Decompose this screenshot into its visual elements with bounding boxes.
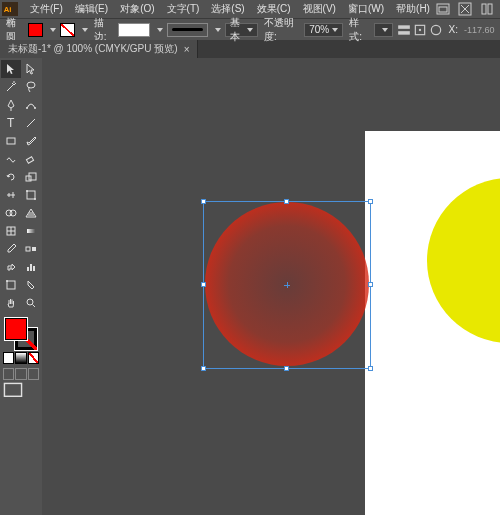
color-mode-none[interactable] bbox=[28, 352, 39, 364]
arrange-icon[interactable] bbox=[480, 2, 494, 16]
bridge-icon[interactable] bbox=[436, 2, 450, 16]
svg-point-9 bbox=[418, 28, 420, 30]
opacity-label: 不透明度: bbox=[262, 16, 300, 44]
toolbox-fill-swatch[interactable] bbox=[5, 318, 27, 340]
close-tab-icon[interactable]: × bbox=[184, 44, 190, 55]
svg-text:Ai: Ai bbox=[4, 5, 12, 14]
svg-point-12 bbox=[26, 107, 28, 109]
blend-style-dropdown[interactable] bbox=[374, 23, 393, 37]
document-tab[interactable]: 未标题-1* @ 100% (CMYK/GPU 预览) × bbox=[0, 40, 198, 58]
direct-selection-tool[interactable] bbox=[21, 60, 41, 78]
gradient-tool[interactable] bbox=[21, 222, 41, 240]
draw-inside-mode[interactable] bbox=[28, 368, 39, 380]
resize-handle-top-left[interactable] bbox=[201, 199, 206, 204]
scale-tool[interactable] bbox=[21, 168, 41, 186]
watermark-url: jingyan.baidu.com bbox=[411, 495, 492, 507]
svg-point-37 bbox=[27, 299, 33, 305]
brush-dropdown-icon[interactable] bbox=[215, 28, 221, 32]
color-mode-gradient[interactable] bbox=[15, 352, 26, 364]
column-graph-tool[interactable] bbox=[21, 258, 41, 276]
svg-rect-34 bbox=[7, 281, 15, 289]
width-tool[interactable] bbox=[1, 186, 21, 204]
menu-effect[interactable]: 效果(C) bbox=[251, 2, 297, 16]
svg-rect-16 bbox=[7, 138, 15, 144]
menu-type[interactable]: 文字(T) bbox=[161, 2, 206, 16]
x-coord-value[interactable]: -117.60 bbox=[464, 25, 496, 35]
lasso-tool[interactable] bbox=[21, 78, 41, 96]
svg-rect-29 bbox=[26, 247, 30, 251]
svg-rect-32 bbox=[30, 264, 32, 271]
artboard-tool[interactable] bbox=[1, 276, 21, 294]
isolate-icon[interactable] bbox=[429, 23, 443, 37]
menu-file[interactable]: 文件(F) bbox=[24, 2, 69, 16]
draw-normal-mode[interactable] bbox=[3, 368, 14, 380]
svg-point-21 bbox=[26, 190, 28, 192]
paintbrush-tool[interactable] bbox=[21, 132, 41, 150]
menu-view[interactable]: 视图(V) bbox=[297, 2, 342, 16]
canvas[interactable]: Baidu经验 jingyan.baidu.com bbox=[42, 58, 500, 515]
slice-tool[interactable] bbox=[21, 276, 41, 294]
svg-line-38 bbox=[33, 305, 36, 308]
symbol-sprayer-tool[interactable] bbox=[1, 258, 21, 276]
mesh-tool[interactable] bbox=[1, 222, 21, 240]
eraser-tool[interactable] bbox=[21, 150, 41, 168]
curvature-tool[interactable] bbox=[21, 96, 41, 114]
blend-tool[interactable] bbox=[21, 240, 41, 258]
resize-handle-bottom-center[interactable] bbox=[284, 366, 289, 371]
eyedropper-tool[interactable] bbox=[1, 240, 21, 258]
perspective-grid-tool[interactable] bbox=[21, 204, 41, 222]
shaper-tool[interactable] bbox=[1, 150, 21, 168]
svg-rect-4 bbox=[482, 4, 486, 14]
svg-point-13 bbox=[34, 107, 36, 109]
svg-point-10 bbox=[431, 25, 440, 34]
transform-icon[interactable] bbox=[413, 23, 427, 37]
rectangle-tool[interactable] bbox=[1, 132, 21, 150]
draw-behind-mode[interactable] bbox=[15, 368, 26, 380]
brush-definition[interactable] bbox=[167, 23, 207, 37]
stroke-weight-input[interactable] bbox=[118, 23, 150, 37]
svg-rect-33 bbox=[33, 266, 35, 271]
svg-rect-5 bbox=[488, 4, 492, 14]
pen-tool[interactable] bbox=[1, 96, 21, 114]
svg-point-22 bbox=[34, 198, 36, 200]
resize-handle-bottom-left[interactable] bbox=[201, 366, 206, 371]
magic-wand-tool[interactable] bbox=[1, 78, 21, 96]
shape-builder-tool[interactable] bbox=[1, 204, 21, 222]
menu-select[interactable]: 选择(S) bbox=[205, 2, 250, 16]
toolbox: T bbox=[0, 58, 42, 515]
menu-window[interactable]: 窗口(W) bbox=[342, 2, 390, 16]
workspace: T bbox=[0, 58, 500, 515]
align-icon[interactable] bbox=[397, 23, 411, 37]
rotate-tool[interactable] bbox=[1, 168, 21, 186]
menu-help[interactable]: 帮助(H) bbox=[390, 2, 436, 16]
color-mode-solid[interactable] bbox=[3, 352, 14, 364]
free-transform-tool[interactable] bbox=[21, 186, 41, 204]
graphic-style-dropdown[interactable]: 基本 bbox=[225, 23, 258, 37]
fill-dropdown-icon[interactable] bbox=[50, 28, 56, 32]
stroke-swatch[interactable] bbox=[60, 23, 75, 37]
fill-swatch[interactable] bbox=[28, 23, 43, 37]
stroke-weight-dropdown-icon[interactable] bbox=[157, 28, 163, 32]
menu-object[interactable]: 对象(O) bbox=[114, 2, 160, 16]
svg-line-15 bbox=[27, 119, 35, 127]
selection-tool[interactable] bbox=[1, 60, 21, 78]
svg-rect-7 bbox=[398, 31, 410, 35]
menu-edit[interactable]: 编辑(E) bbox=[69, 2, 114, 16]
screen-mode-button[interactable] bbox=[3, 384, 23, 398]
svg-rect-30 bbox=[32, 247, 36, 251]
control-bar: 椭圆 描边: 基本 不透明度: 70% 样式: X: -117.60 bbox=[0, 18, 500, 40]
svg-rect-6 bbox=[398, 25, 410, 29]
red-ellipse-object[interactable] bbox=[205, 202, 369, 366]
opacity-input[interactable]: 70% bbox=[304, 23, 343, 37]
blend-style-label: 样式: bbox=[347, 16, 369, 44]
svg-rect-31 bbox=[27, 267, 29, 271]
document-tab-bar: 未标题-1* @ 100% (CMYK/GPU 预览) × bbox=[0, 40, 500, 58]
stock-icon[interactable] bbox=[458, 2, 472, 16]
zoom-tool[interactable] bbox=[21, 294, 41, 312]
type-tool[interactable]: T bbox=[1, 114, 21, 132]
svg-rect-17 bbox=[26, 157, 33, 163]
hand-tool[interactable] bbox=[1, 294, 21, 312]
stroke-dropdown-icon[interactable] bbox=[82, 28, 88, 32]
line-tool[interactable] bbox=[21, 114, 41, 132]
svg-rect-28 bbox=[27, 229, 35, 233]
